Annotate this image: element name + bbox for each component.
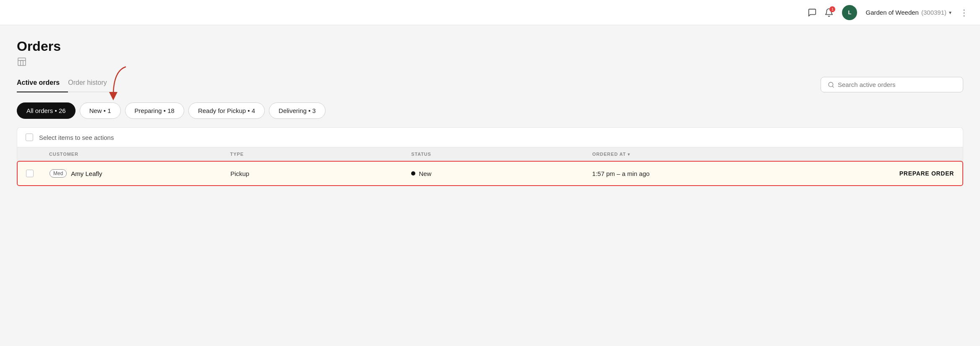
- th-status: STATUS: [411, 152, 592, 157]
- order-type: Pickup: [230, 170, 411, 177]
- table-header: CUSTOMER TYPE STATUS ORDERED AT ▾: [17, 147, 963, 161]
- filter-section: All orders • 26 New • 1 Preparing • 18 R…: [17, 102, 963, 119]
- th-ordered-at[interactable]: ORDERED AT ▾: [592, 152, 774, 157]
- search-box: [821, 77, 963, 92]
- prepare-order-button[interactable]: PREPARE ORDER: [773, 170, 954, 177]
- store-selector[interactable]: Garden of Weeden (300391) ▾: [865, 9, 951, 16]
- filter-pills: All orders • 26 New • 1 Preparing • 18 R…: [17, 102, 326, 119]
- notification-badge: 1: [829, 6, 835, 12]
- th-checkbox: [26, 152, 49, 157]
- select-label: Select items to see actions: [39, 134, 114, 141]
- th-type: TYPE: [230, 152, 412, 157]
- status-dot: [411, 171, 415, 176]
- th-action: [773, 152, 954, 157]
- more-options-button[interactable]: ⋮: [960, 8, 968, 18]
- pill-ready-for-pickup[interactable]: Ready for Pickup • 4: [188, 102, 265, 119]
- pill-delivering[interactable]: Delivering • 3: [269, 102, 326, 119]
- more-icon: ⋮: [960, 8, 968, 18]
- tab-active-orders[interactable]: Active orders: [17, 75, 68, 92]
- ordered-at-label: ORDERED AT: [592, 152, 626, 157]
- filter-bar: All orders • 26 New • 1 Preparing • 18 R…: [17, 102, 963, 119]
- order-status: New: [411, 170, 592, 177]
- notifications-button[interactable]: 1: [824, 8, 834, 17]
- select-all-checkbox[interactable]: [26, 134, 33, 141]
- svg-line-2: [832, 86, 834, 87]
- tabs: Active orders Order history: [17, 75, 115, 92]
- chat-button[interactable]: [808, 8, 817, 17]
- page-title: Orders: [17, 39, 963, 54]
- sort-icon: ▾: [628, 152, 630, 157]
- search-input[interactable]: [838, 81, 956, 88]
- select-row: Select items to see actions: [17, 127, 963, 147]
- svg-rect-0: [18, 58, 26, 66]
- topnav: 1 L Garden of Weeden (300391) ▾ ⋮: [0, 0, 980, 25]
- building-icon: [17, 57, 963, 69]
- search-icon: [828, 81, 834, 88]
- table-row: Med Amy Leafly Pickup New 1:57 pm – a mi…: [17, 161, 963, 186]
- avatar: L: [842, 5, 857, 20]
- ordered-at: 1:57 pm – a min ago: [592, 170, 773, 177]
- pill-all-orders[interactable]: All orders • 26: [17, 102, 76, 119]
- row-checkbox[interactable]: [26, 170, 34, 177]
- chat-icon: [808, 8, 817, 17]
- topnav-icons: 1: [808, 8, 834, 17]
- main-content: Orders Active orders Order history All o…: [0, 25, 980, 186]
- pill-new[interactable]: New • 1: [80, 102, 121, 119]
- th-customer: CUSTOMER: [49, 152, 230, 157]
- customer-name: Amy Leafly: [71, 170, 102, 177]
- store-name-label: Garden of Weeden: [865, 9, 918, 16]
- store-id-label: (300391): [921, 9, 946, 16]
- pill-preparing[interactable]: Preparing • 18: [125, 102, 184, 119]
- chevron-down-icon: ▾: [949, 10, 951, 16]
- customer-cell: Med Amy Leafly: [50, 169, 230, 178]
- status-label: New: [419, 170, 431, 177]
- tier-badge: Med: [50, 169, 67, 178]
- tab-order-history[interactable]: Order history: [68, 75, 115, 92]
